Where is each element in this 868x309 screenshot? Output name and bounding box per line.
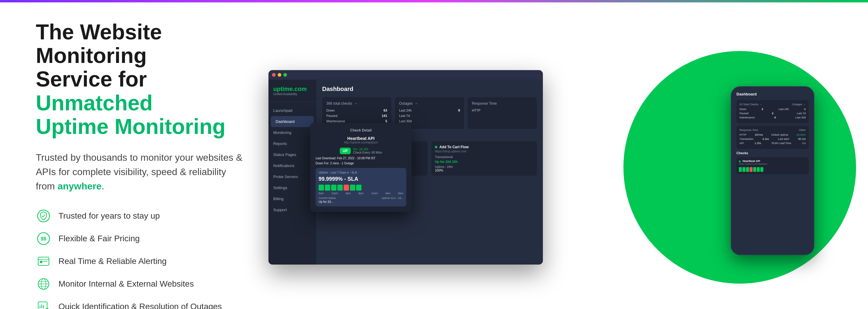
phone-outage-period-24h: Last 24h: [778, 108, 789, 111]
phone-outage-count-24h: 6: [804, 108, 806, 111]
phone-global-uptime-val: 99.89%: [797, 133, 806, 136]
mini-bar-5: [344, 185, 349, 191]
sla-section: Uptime - Last 7 Days ▾ - SLA 99.9999% - …: [316, 168, 406, 207]
outages-label: Outages →: [399, 101, 460, 105]
list-item: Real Time & Reliable Alerting: [36, 253, 245, 269]
time-label-8am-2: 8am: [398, 192, 403, 195]
current-status-val: Up for 2d...: [318, 200, 333, 204]
sidebar-item-launchpad[interactable]: Launchpad: [269, 105, 316, 116]
list-item: Quick Identification & Resolution of Out…: [36, 299, 245, 309]
chart-bar-6: [757, 167, 760, 172]
globe-icon: [36, 276, 51, 292]
chart-bar-1: [739, 167, 742, 172]
sidebar-item-dashboard[interactable]: Dashboard: [271, 116, 314, 127]
phone-status-dot: [739, 160, 741, 162]
check-detail-status: UP For: 2d 15h Check Every: 60 Mins: [316, 148, 406, 154]
uptime-sla-label: Uptime SLA - 2d...: [381, 196, 403, 199]
check-type-2: Transactional: [435, 155, 533, 159]
phone-total-checks-card: 20 Total Checks → Outages → Down 2 Last …: [737, 100, 809, 123]
list-item: Monitor Internal & External Websites: [36, 276, 245, 292]
check-detail-title: Check Detail: [316, 128, 406, 132]
chart-bar-7: [760, 167, 763, 172]
outage-row-24h: Last 24h 9: [399, 109, 460, 112]
search-chart-icon: [36, 299, 51, 309]
dashboard-title: Dashboard: [322, 86, 537, 92]
outage-period-7d: Last 7d: [399, 114, 410, 118]
main-content: The Website Monitoring Service for Unmat…: [0, 2, 868, 309]
stat-val-maintenance: 5: [385, 119, 387, 123]
sidebar-item-settings[interactable]: Settings: [269, 182, 316, 193]
sidebar-item-monitoring[interactable]: Monitoring: [269, 127, 316, 138]
sla-bottom-values: Up for 2d...: [318, 200, 403, 204]
stat-row-down: Down 63: [326, 109, 387, 112]
sla-bottom-labels: Current Status Uptime SLA - 2d...: [318, 196, 403, 199]
phone-resp-txn-val: 6.1ks: [763, 137, 769, 141]
phone-stat-row-down: Down 2 Last 24h 6: [739, 108, 806, 111]
mini-bars: [318, 185, 403, 191]
phone-resp-api-val: 1.25s: [754, 142, 761, 145]
phone-mini-chart: [739, 167, 806, 172]
phone-resp-txn-label: Transaction: [739, 137, 753, 141]
top-gradient-bar: [0, 0, 868, 2]
phone-response-card: Response Time Other HTTP 297ms Global Up…: [737, 126, 809, 149]
sla-title: Uptime - Last 7 Days ▾ - SLA: [318, 171, 403, 174]
mini-bar-2: [325, 185, 330, 191]
outage-period-30d: Last 30d: [399, 119, 412, 123]
feature-text: Quick Identification & Resolution of Out…: [59, 302, 222, 309]
stat-val-paused: 141: [382, 114, 387, 118]
sidebar-item-support[interactable]: Support: [269, 204, 316, 215]
headline-line2: Service for: [36, 67, 147, 91]
response-time-label: Response Time: [472, 101, 533, 105]
sidebar-item-status-pages[interactable]: Status Pages: [269, 149, 316, 160]
minimize-dot: [278, 73, 281, 76]
titlebar: [269, 70, 543, 80]
phone-response-transaction: Transaction 6.1ks Last alert 5h 1m: [739, 137, 806, 141]
phone-check-name-text: Heartbeat API: [743, 160, 760, 162]
phone-checks-title: Checks: [737, 151, 809, 155]
list-item: $$ Flexible & Fair Pricing: [36, 231, 245, 246]
check-detail-last-download: Last Download: Feb 27, 2022 - 10:08 PM I…: [316, 157, 406, 160]
phone-stat-label-paused: Paused: [739, 112, 749, 115]
phone-rum-label: RUM Load Time: [772, 142, 791, 145]
phone-rum-val: n/a: [802, 142, 806, 145]
phone-dashboard-title: Dashboard: [737, 92, 809, 96]
sidebar-item-billing[interactable]: Billing: [269, 193, 316, 204]
time-label-4am: 4am: [385, 192, 391, 195]
close-dot: [272, 73, 276, 76]
up-info: For: 2d 15h Check Every: 60 Mins: [353, 148, 382, 154]
total-checks-text: 366 total checks: [326, 101, 352, 105]
phone-response-title: Response Time Other: [739, 128, 806, 131]
total-checks-arrow: →: [354, 101, 358, 105]
up-badge: UP: [340, 148, 351, 154]
feature-text: Monitor Internal & External Websites: [59, 279, 194, 289]
phone-stat-row-maintenance: Maintenance 0 Last 30d: [739, 116, 806, 119]
logo-name: uptime.com: [273, 86, 307, 92]
left-section: The Website Monitoring Service for Unmat…: [36, 20, 245, 309]
chart-bar-2: [742, 167, 745, 172]
features-list: Trusted for years to stay up $$ Flexible…: [36, 208, 245, 309]
phone-global-uptime-label: Global Uptime: [771, 133, 788, 136]
last-download-val: Feb 27, 2022 - 10:08 PM IST: [337, 157, 375, 160]
check-every: Check Every: 60 Mins: [353, 151, 382, 154]
phone-resp-http-label: HTTP: [739, 133, 747, 136]
time-label-8am: 8am: [318, 192, 324, 195]
time-label-12am: 12am: [371, 192, 378, 195]
anywhere-link[interactable]: anywhere: [58, 181, 102, 191]
subtext-period: .: [102, 181, 104, 191]
svg-text:$$: $$: [41, 236, 46, 241]
check-uptime-val-2: 100%: [435, 168, 533, 172]
phone-stat-label-down: Down: [739, 108, 746, 111]
phone-check-item[interactable]: Heartbeat API https://uptime.com/api/jso…: [737, 157, 809, 174]
sidebar-item-reports[interactable]: Reports: [269, 138, 316, 149]
chart-bar-5: [753, 167, 756, 172]
sidebar: uptime.com Unified Availability Launchpa…: [269, 80, 316, 265]
check-card-cart[interactable]: Add To Cart Flow https://shop.uptime.com…: [431, 142, 537, 176]
sidebar-item-probe-servers[interactable]: Probe Servers: [269, 171, 316, 182]
outage-count-24h: 9: [458, 109, 460, 112]
outage-period-24h: Last 24h: [399, 109, 412, 112]
feature-text: Trusted for years to stay up: [59, 211, 160, 221]
status-dot-green-2: [435, 146, 437, 148]
phone-last-alert-val: 5h 1m: [798, 137, 806, 141]
logo-subtitle: Unified Availability: [273, 92, 311, 96]
sidebar-item-notifications[interactable]: Notifications: [269, 160, 316, 171]
